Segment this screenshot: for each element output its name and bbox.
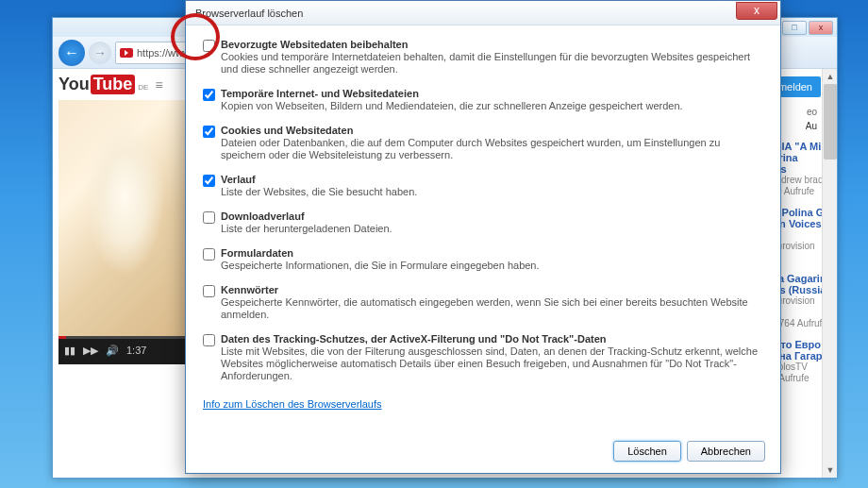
pause-icon[interactable]: ▮▮: [64, 345, 75, 357]
option-checkbox-3[interactable]: [203, 175, 215, 187]
scroll-thumb[interactable]: [824, 84, 837, 160]
logo-tube: Tube: [91, 75, 136, 94]
option-1: Temporäre Internet- und WebsitedateienKo…: [203, 88, 763, 112]
option-checkbox-5[interactable]: [203, 248, 215, 261]
video-player[interactable]: ▮▮ ▶▶ 🔊 1:37: [58, 100, 191, 364]
page-scrollbar[interactable]: ▲ ▼: [822, 69, 837, 478]
progress-bar[interactable]: [58, 336, 191, 339]
menu-icon[interactable]: ≡: [155, 77, 162, 93]
dialog-close-button[interactable]: x: [736, 2, 777, 20]
option-0: Bevorzugte Websitedaten beibehaltenCooki…: [203, 39, 763, 76]
option-checkbox-2[interactable]: [203, 126, 215, 138]
option-label: Verlauf: [221, 174, 417, 185]
dialog-body: Bevorzugte Websitedaten beibehaltenCooki…: [186, 25, 780, 410]
option-desc: Liste der heruntergeladenen Dateien.: [221, 223, 392, 235]
option-desc: Dateien oder Datenbanken, die auf dem Co…: [221, 137, 763, 161]
back-button[interactable]: ←: [58, 40, 85, 66]
option-3: VerlaufListe der Websites, die Sie besuc…: [203, 174, 763, 198]
option-label: Downloadverlauf: [221, 210, 392, 222]
delete-button[interactable]: Löschen: [613, 441, 681, 462]
option-label: Kennwörter: [221, 284, 763, 295]
option-7: Daten des Tracking-Schutzes, der ActiveX…: [203, 333, 763, 382]
logo-country: DE: [138, 83, 148, 92]
delete-history-dialog: Browserverlauf löschen x Bevorzugte Webs…: [185, 0, 781, 474]
dialog-titlebar: Browserverlauf löschen x: [186, 1, 780, 25]
dialog-title: Browserverlauf löschen: [195, 8, 303, 19]
option-label: Temporäre Internet- und Websitedateien: [221, 88, 683, 99]
volume-icon[interactable]: 🔊: [106, 345, 119, 357]
url-text: https://www: [137, 47, 191, 59]
video-time: 1:37: [126, 345, 146, 356]
video-controls: ▮▮ ▶▶ 🔊 1:37: [58, 336, 191, 364]
option-label: Bevorzugte Websitedaten beibehalten: [221, 39, 763, 50]
youtube-favicon-icon: [120, 48, 133, 58]
option-desc: Liste mit Websites, die von der Filterun…: [221, 345, 763, 382]
forward-button[interactable]: →: [89, 42, 111, 64]
logo-you: You: [58, 75, 90, 94]
option-desc: Gespeicherte Informationen, die Sie in F…: [221, 260, 540, 272]
option-desc: Cookies und temporäre Internetdateien be…: [221, 51, 763, 76]
maximize-button[interactable]: □: [782, 21, 807, 35]
option-label: Daten des Tracking-Schutzes, der ActiveX…: [221, 333, 763, 345]
option-5: FormulardatenGespeicherte Informationen,…: [203, 247, 763, 272]
close-window-button[interactable]: x: [809, 21, 833, 35]
youtube-left-column: You Tube DE ≡ ▮▮ ▶▶ 🔊 1:37: [53, 69, 192, 478]
youtube-logo[interactable]: You Tube DE ≡: [58, 75, 192, 94]
option-desc: Liste der Websites, die Sie besucht habe…: [221, 186, 417, 198]
option-6: KennwörterGespeicherte Kennwörter, die a…: [203, 284, 763, 321]
help-link[interactable]: Info zum Löschen des Browserverlaufs: [203, 398, 382, 410]
option-4: DownloadverlaufListe der heruntergeladen…: [203, 210, 763, 235]
dialog-button-row: Löschen Abbrechen: [613, 441, 765, 462]
option-label: Formulardaten: [221, 247, 540, 259]
scroll-up-icon[interactable]: ▲: [823, 69, 838, 84]
next-icon[interactable]: ▶▶: [83, 345, 98, 357]
option-checkbox-1[interactable]: [203, 89, 215, 101]
video-frame: [58, 100, 191, 336]
option-checkbox-7[interactable]: [203, 334, 215, 346]
option-label: Cookies und Websitedaten: [221, 125, 763, 136]
scroll-down-icon[interactable]: ▼: [823, 463, 838, 478]
option-checkbox-4[interactable]: [203, 211, 215, 224]
option-desc: Kopien von Webseiten, Bildern und Medien…: [221, 100, 683, 112]
option-2: Cookies und WebsitedatenDateien oder Dat…: [203, 125, 763, 161]
cancel-button[interactable]: Abbrechen: [687, 441, 765, 462]
option-desc: Gespeicherte Kennwörter, die automatisch…: [221, 296, 763, 321]
option-checkbox-0[interactable]: [203, 40, 215, 52]
option-checkbox-6[interactable]: [203, 285, 215, 297]
